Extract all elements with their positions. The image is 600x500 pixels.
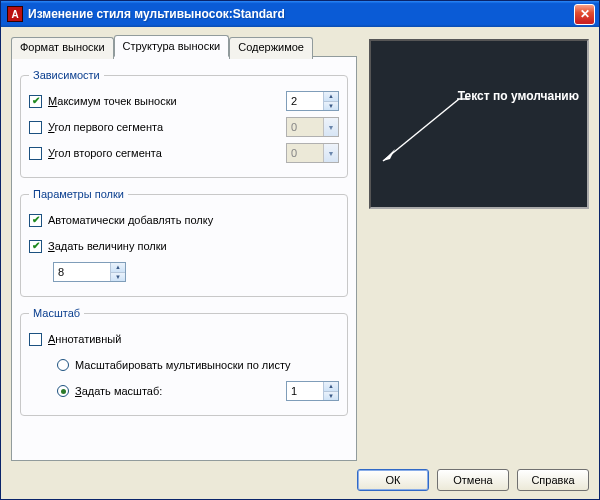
radio-scale-paper[interactable] [57,359,69,371]
checkbox-second-segment[interactable]: ✔ [29,147,42,160]
group-constraints-legend: Зависимости [29,69,104,81]
chevron-down-icon: ▼ [323,144,338,162]
spinner-up-icon[interactable]: ▲ [111,263,125,273]
leader-preview-icon [371,41,591,211]
label-annotative: Аннотативный [48,333,339,345]
spinner-up-icon[interactable]: ▲ [324,382,338,392]
input-second-segment [287,144,323,162]
app-icon: A [7,6,23,22]
checkbox-annotative[interactable]: ✔ [29,333,42,346]
spinner-max-points[interactable]: ▲▼ [286,91,339,111]
left-pane: Формат выноски Структура выноски Содержи… [11,35,357,461]
tab-format[interactable]: Формат выноски [11,37,114,59]
spinner-scale[interactable]: ▲▼ [286,381,339,401]
cancel-button[interactable]: Отмена [437,469,509,491]
preview-pane: Текст по умолчанию [369,39,589,209]
client-area: Формат выноски Структура выноски Содержи… [1,27,599,499]
label-max-points: Максимум точек выноски [48,95,286,107]
checkbox-first-segment[interactable]: ✔ [29,121,42,134]
input-max-points[interactable] [287,92,323,110]
input-scale[interactable] [287,382,323,400]
row-first-segment: ✔ Угол первого сегмента ▼ [29,115,339,139]
label-auto-landing: Автоматически добавлять полку [48,214,339,226]
group-landing-legend: Параметры полки [29,188,128,200]
tab-content[interactable]: Содержимое [229,37,313,59]
row-second-segment: ✔ Угол второго сегмента ▼ [29,141,339,165]
row-radio-paper: Масштабировать мультивыноски по листу [57,353,339,377]
close-button[interactable]: ✕ [574,4,595,25]
ok-button[interactable]: ОК [357,469,429,491]
group-scale-legend: Масштаб [29,307,84,319]
row-length-value: ▲▼ [29,260,339,284]
label-second-segment: Угол второго сегмента [48,147,286,159]
input-first-segment [287,118,323,136]
preview-column: Текст по умолчанию [369,35,589,461]
group-scale: Масштаб ✔ Аннотативный Масштабировать му… [20,307,348,416]
combo-first-segment: ▼ [286,117,339,137]
spinner-down-icon[interactable]: ▼ [324,102,338,111]
upper-area: Формат выноски Структура выноски Содержи… [11,35,589,461]
spinner-length[interactable]: ▲▼ [53,262,126,282]
row-annotative: ✔ Аннотативный [29,327,339,351]
button-bar: ОК Отмена Справка [11,461,589,491]
chevron-down-icon: ▼ [323,118,338,136]
spinner-down-icon[interactable]: ▼ [324,392,338,401]
help-button[interactable]: Справка [517,469,589,491]
spinner-up-icon[interactable]: ▲ [324,92,338,102]
window-title: Изменение стиля мультивыносок:Standard [28,7,574,21]
spinner-down-icon[interactable]: ▼ [111,273,125,282]
dialog-window: A Изменение стиля мультивыносок:Standard… [0,0,600,500]
row-set-length: ✔ Задать величину полки [29,234,339,258]
row-radio-set: Задать масштаб: ▲▼ [57,379,339,403]
tab-structure[interactable]: Структура выноски [114,35,230,57]
label-first-segment: Угол первого сегмента [48,121,286,133]
checkbox-set-length[interactable]: ✔ [29,240,42,253]
label-set-length: Задать величину полки [48,240,339,252]
checkbox-max-points[interactable]: ✔ [29,95,42,108]
label-scale-set: Задать масштаб: [75,385,286,397]
input-length[interactable] [54,263,110,281]
label-scale-paper: Масштабировать мультивыноски по листу [75,359,339,371]
titlebar[interactable]: A Изменение стиля мультивыносок:Standard… [1,1,599,27]
checkbox-auto-landing[interactable]: ✔ [29,214,42,227]
tab-panel: Зависимости ✔ Максимум точек выноски ▲▼ [11,56,357,461]
group-constraints: Зависимости ✔ Максимум точек выноски ▲▼ [20,69,348,178]
combo-second-segment: ▼ [286,143,339,163]
row-max-points: ✔ Максимум точек выноски ▲▼ [29,89,339,113]
radio-scale-set[interactable] [57,385,69,397]
preview-text: Текст по умолчанию [458,89,579,103]
group-landing: Параметры полки ✔ Автоматически добавлят… [20,188,348,297]
tab-strip: Формат выноски Структура выноски Содержи… [11,35,357,57]
close-icon: ✕ [580,7,590,21]
row-auto-landing: ✔ Автоматически добавлять полку [29,208,339,232]
svg-line-0 [383,99,459,161]
